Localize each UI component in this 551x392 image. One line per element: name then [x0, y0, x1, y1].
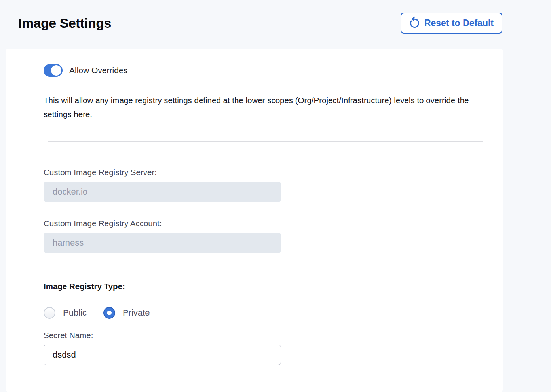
reset-button-label: Reset to Default	[424, 18, 494, 28]
radio-private-label: Private	[123, 308, 150, 318]
registry-account-label: Custom Image Registry Account:	[44, 219, 483, 228]
radio-option-private[interactable]: Private	[103, 307, 150, 319]
radio-option-public[interactable]: Public	[44, 307, 87, 319]
radio-public-circle-icon	[44, 307, 55, 319]
reset-to-default-button[interactable]: Reset to Default	[401, 13, 502, 34]
allow-overrides-toggle[interactable]	[44, 64, 63, 77]
secret-name-group: Secret Name:	[44, 331, 483, 365]
registry-type-radio-row: Public Private	[44, 307, 483, 319]
registry-type-group: Image Registry Type: Public Private	[44, 282, 483, 319]
registry-server-group: Custom Image Registry Server:	[44, 168, 483, 202]
registry-server-label: Custom Image Registry Server:	[44, 168, 483, 177]
image-settings-card: Allow Overrides This will allow any imag…	[6, 49, 503, 392]
registry-account-group: Custom Image Registry Account:	[44, 219, 483, 253]
radio-public-label: Public	[63, 308, 87, 318]
registry-account-input	[44, 233, 281, 253]
registry-server-input	[44, 182, 281, 202]
secret-name-input[interactable]	[44, 345, 281, 365]
radio-private-circle-icon	[103, 307, 115, 319]
page-title: Image Settings	[18, 15, 111, 31]
allow-overrides-row: Allow Overrides	[44, 64, 483, 77]
secret-name-label: Secret Name:	[44, 331, 483, 340]
page-header: Image Settings Reset to Default	[0, 0, 551, 34]
toggle-knob	[51, 65, 61, 76]
reset-ccw-icon	[409, 18, 420, 28]
override-description: This will allow any image registry setti…	[44, 93, 483, 121]
allow-overrides-label: Allow Overrides	[69, 66, 127, 75]
section-divider	[48, 141, 483, 142]
registry-type-label: Image Registry Type:	[44, 282, 483, 291]
